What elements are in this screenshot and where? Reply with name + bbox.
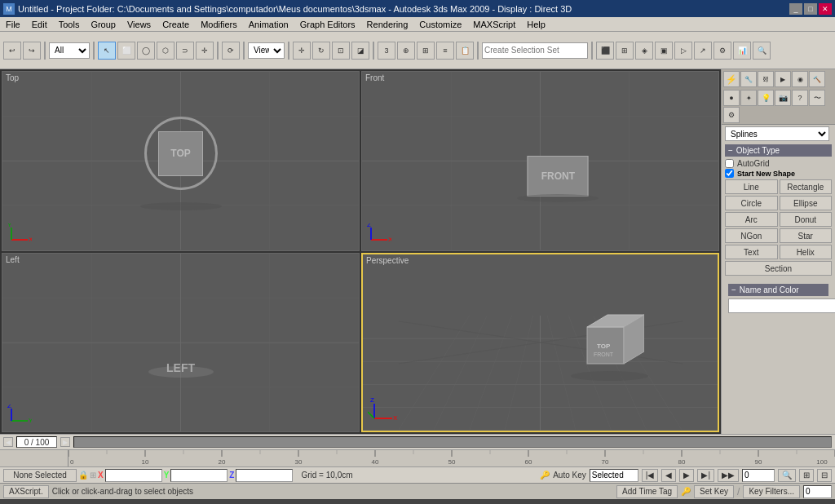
tools3-button[interactable]: 📊 [733, 42, 751, 60]
mirror-button[interactable]: ⊞ [417, 42, 435, 60]
play-prev-button[interactable]: |◀ [642, 469, 659, 482]
create-selection-set-input[interactable] [482, 42, 588, 59]
extra-btn2[interactable]: ⊟ [817, 469, 832, 482]
selected-input[interactable] [590, 469, 638, 482]
donut-button[interactable]: Donut [780, 212, 833, 227]
autogrid-checkbox[interactable] [725, 159, 734, 168]
name-color-collapse[interactable]: − [731, 285, 736, 294]
panel-tab-create[interactable]: ⚡ [723, 71, 740, 87]
panel-tab-motion[interactable]: ▶ [775, 71, 791, 87]
object-name-input[interactable] [728, 298, 835, 313]
line-button[interactable]: Line [725, 179, 778, 194]
menu-animation[interactable]: Animation [246, 20, 291, 29]
timeline-next-button[interactable]: ▶ [60, 437, 70, 447]
star-button[interactable]: Star [780, 228, 833, 243]
time-input[interactable] [742, 469, 775, 482]
timeline-prev-button[interactable]: ◀ [3, 437, 13, 447]
play-next-button[interactable]: ▶▶ [718, 469, 739, 482]
x-input[interactable] [105, 469, 162, 482]
panel-systems-btn[interactable]: ⚙ [723, 107, 740, 123]
undo-button[interactable]: ↩ [3, 42, 21, 60]
splines-dropdown[interactable]: Splines [725, 126, 829, 141]
play-prev-frame-button[interactable]: ◀ [661, 469, 676, 482]
redo-button[interactable]: ↪ [23, 42, 41, 60]
layer-manager-button[interactable]: 📋 [456, 42, 474, 60]
tools4-button[interactable]: 🔍 [753, 42, 771, 60]
circle-button[interactable]: Circle [725, 196, 778, 210]
reference-coord-button[interactable]: 3 [378, 42, 395, 60]
view-dropdown[interactable]: View [248, 42, 285, 59]
panel-tab-modify[interactable]: 🔧 [740, 71, 757, 87]
select-scale2-button[interactable]: ◪ [351, 42, 369, 60]
ngon-button[interactable]: NGon [725, 228, 778, 243]
menu-tools[interactable]: Tools [56, 20, 82, 29]
add-time-tag-button[interactable]: Add Time Tag [616, 485, 678, 498]
ellipse-button[interactable]: Ellipse [780, 196, 833, 210]
panel-helpers-btn[interactable]: ? [792, 90, 808, 106]
select-tool-button[interactable]: ↖ [98, 42, 116, 60]
section-button[interactable]: Section [725, 261, 832, 276]
select-region-circle-button[interactable]: ◯ [137, 42, 155, 60]
panel-lights-btn[interactable]: 💡 [758, 90, 774, 106]
zoom-button[interactable]: 🔍 [778, 469, 796, 482]
select-move-button[interactable]: ✛ [293, 42, 311, 60]
select-region-fence-button[interactable]: ⬡ [157, 42, 175, 60]
tools2-button[interactable]: ⚙ [714, 42, 731, 60]
menu-graph-editors[interactable]: Graph Editors [298, 20, 358, 29]
render-scene-button[interactable]: ▣ [655, 42, 673, 60]
object-type-collapse[interactable]: − [728, 146, 733, 155]
rectangle-button[interactable]: Rectangle [780, 179, 833, 194]
axscript-button[interactable]: AXScript. [3, 485, 49, 498]
menu-group[interactable]: Group [88, 20, 118, 29]
window-crossing-button[interactable]: ⟳ [222, 42, 240, 60]
menu-maxscript[interactable]: MAXScript [471, 20, 518, 29]
play-next-frame-button[interactable]: ▶| [697, 469, 714, 482]
y-input[interactable] [170, 469, 228, 482]
viewport-left[interactable]: Left LEFT Y Z [2, 253, 360, 433]
quick-render-button[interactable]: ▷ [674, 42, 692, 60]
key-filters-button[interactable]: Key Filters... [743, 485, 800, 498]
text-button[interactable]: Text [725, 245, 778, 259]
time-scrub-input[interactable] [803, 485, 832, 498]
minimize-button[interactable]: _ [789, 3, 802, 15]
panel-shapes-btn[interactable]: ✦ [740, 90, 757, 106]
named-sel-button[interactable]: ⬛ [596, 42, 614, 60]
panel-tab-hierarchy[interactable]: ⛓ [758, 71, 774, 87]
panel-geometry-btn[interactable]: ● [723, 90, 740, 106]
timeline-track[interactable] [73, 436, 832, 448]
menu-file[interactable]: File [3, 20, 23, 29]
menu-help[interactable]: Help [524, 20, 548, 29]
menu-modifiers[interactable]: Modifiers [198, 20, 240, 29]
material-editor-button[interactable]: ◈ [635, 42, 653, 60]
menu-edit[interactable]: Edit [29, 20, 50, 29]
select-paint-button[interactable]: ✛ [196, 42, 214, 60]
extra-btn1[interactable]: ⊞ [799, 469, 814, 482]
maximize-button[interactable]: □ [804, 3, 817, 15]
set-key-button[interactable]: Set Key [694, 485, 734, 498]
select-region-rect-button[interactable]: ⬜ [117, 42, 135, 60]
pivot-button[interactable]: ⊕ [397, 42, 415, 60]
arc-button[interactable]: Arc [725, 212, 778, 227]
render-last-button[interactable]: ↗ [694, 42, 712, 60]
select-rotate-button[interactable]: ↻ [312, 42, 330, 60]
panel-spacewarps-btn[interactable]: 〜 [809, 90, 825, 106]
viewport-perspective[interactable]: Perspective [361, 253, 719, 433]
schematic-view-button[interactable]: ⊞ [616, 42, 634, 60]
menu-create[interactable]: Create [160, 20, 192, 29]
select-filter-dropdown[interactable]: All [49, 42, 90, 59]
z-input[interactable] [236, 469, 293, 482]
helix-button[interactable]: Helix [780, 245, 833, 259]
lock-icon[interactable]: 🔒 [78, 471, 88, 480]
status-none-selected[interactable]: None Selected [3, 469, 77, 482]
menu-customize[interactable]: Customize [417, 20, 464, 29]
menu-views[interactable]: Views [125, 20, 153, 29]
play-button[interactable]: ▶ [679, 469, 694, 482]
select-region-lasso-button[interactable]: ⊃ [176, 42, 194, 60]
start-new-shape-checkbox[interactable] [725, 169, 734, 178]
viewport-front[interactable]: Front FRONT X Z [361, 71, 719, 251]
viewport-top[interactable]: Top TOP X [2, 71, 360, 251]
panel-cameras-btn[interactable]: 📷 [775, 90, 791, 106]
panel-tab-utilities[interactable]: 🔨 [809, 71, 825, 87]
align-button[interactable]: ≡ [436, 42, 454, 60]
select-scale-button[interactable]: ⊡ [332, 42, 350, 60]
